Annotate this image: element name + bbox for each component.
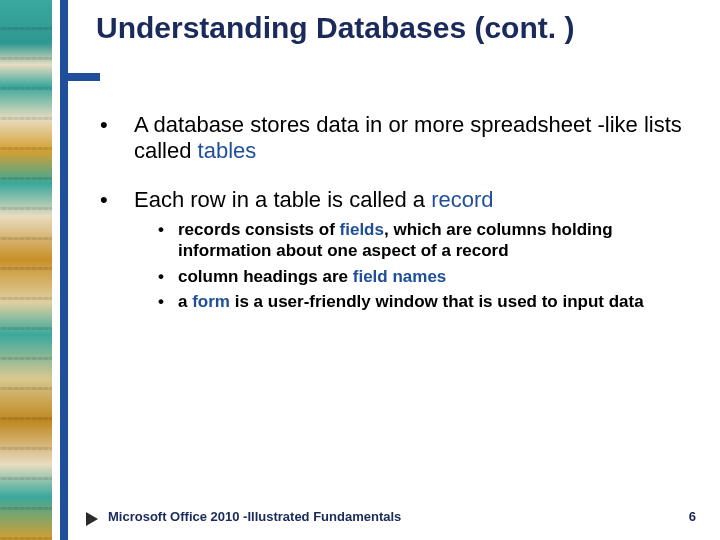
term-record: record [431, 187, 493, 212]
bullet-text: Each row in a table is called a record [134, 187, 494, 213]
sub-bullet-item: • column headings are field names [158, 266, 685, 287]
play-icon [86, 512, 98, 526]
page-number: 6 [689, 509, 696, 524]
bullet-marker: • [158, 291, 178, 312]
term-tables: tables [198, 138, 257, 163]
sub-bullet-item: • a form is a user-friendly window that … [158, 291, 685, 312]
term-form: form [192, 292, 230, 311]
bullet-item: • A database stores data in or more spre… [100, 112, 685, 165]
sub-bullet-text: a form is a user-friendly window that is… [178, 291, 644, 312]
bullet-marker: • [100, 112, 134, 165]
sub-bullet-text: records consists of fields, which are co… [178, 219, 685, 262]
term-fields: fields [340, 220, 384, 239]
sub-bullet-text: column headings are field names [178, 266, 446, 287]
bullet-text: A database stores data in or more spread… [134, 112, 685, 165]
slide-body: • A database stores data in or more spre… [100, 112, 685, 316]
bullet-marker: • [158, 219, 178, 262]
bullet-marker: • [100, 187, 134, 213]
decorative-sidebar-image [0, 0, 52, 540]
horizontal-accent-bar [60, 73, 100, 81]
vertical-accent-bar [60, 0, 68, 540]
sub-bullet-item: • records consists of fields, which are … [158, 219, 685, 262]
footer-text: Microsoft Office 2010 -Illustrated Funda… [108, 509, 401, 524]
slide-title: Understanding Databases (cont. ) [96, 10, 696, 45]
bullet-item: • Each row in a table is called a record [100, 187, 685, 213]
sub-bullet-list: • records consists of fields, which are … [158, 219, 685, 312]
bullet-marker: • [158, 266, 178, 287]
term-field-names: field names [353, 267, 447, 286]
